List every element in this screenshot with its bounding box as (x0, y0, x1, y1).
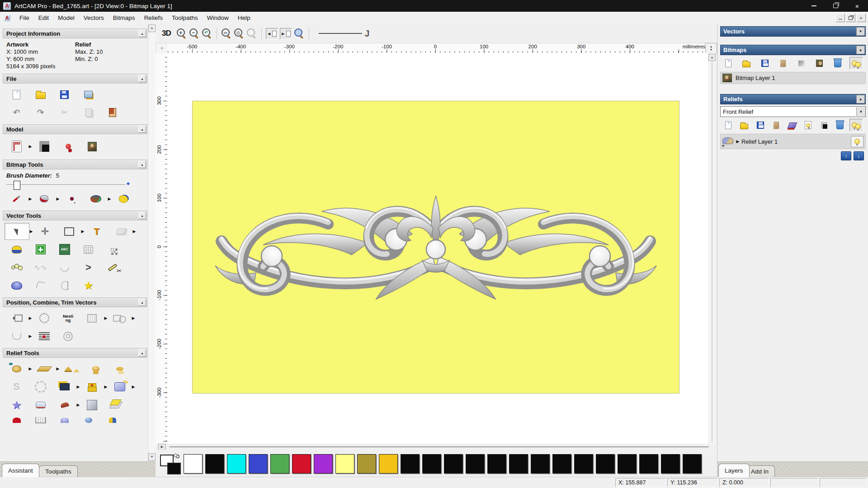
dome-tool[interactable] (52, 414, 76, 423)
flood-fill-button[interactable] (32, 191, 56, 207)
flyout-arrow-icon[interactable]: ▶ (76, 385, 80, 389)
merge-relief-icon[interactable] (786, 119, 798, 131)
collapse-icon[interactable]: ▲ (856, 95, 865, 103)
collapse-button[interactable]: ▲ (138, 75, 146, 82)
block-copy-tool[interactable] (100, 241, 124, 258)
palette-swatch[interactable] (184, 454, 203, 474)
collapse-icon[interactable]: ▼ (856, 27, 865, 36)
trash-icon[interactable] (834, 119, 846, 131)
model-area[interactable] (192, 101, 679, 394)
snap-grid-toggle[interactable]: ◄ (266, 28, 278, 39)
flyout-arrow-icon[interactable]: ▶ (56, 366, 60, 371)
mdi-restore-button[interactable] (846, 14, 855, 22)
greyscale-preview-icon[interactable] (818, 119, 830, 131)
palette-swatch[interactable] (422, 454, 441, 474)
copy-relief-tool[interactable] (108, 361, 132, 377)
collapse-button[interactable]: ▲ (138, 299, 146, 306)
measure-tool[interactable] (5, 241, 28, 258)
palette-swatch[interactable] (487, 454, 506, 474)
colour-palette-button[interactable] (84, 191, 108, 207)
freehand-draw-tool[interactable]: ∿∿ (28, 259, 52, 276)
menu-item-file[interactable]: File (15, 13, 34, 23)
menu-item-model[interactable]: Model (53, 13, 79, 23)
link-colours-icon[interactable] (174, 454, 177, 457)
palette-swatch[interactable] (379, 454, 398, 474)
collapse-button[interactable]: ▲ (138, 126, 146, 133)
text-on-curve-tool[interactable] (32, 310, 56, 326)
lighting-button[interactable] (56, 138, 80, 155)
menu-item-vectors[interactable]: Vectors (79, 13, 108, 23)
flyout-arrow-icon[interactable]: ▶ (132, 316, 135, 320)
collapse-button[interactable]: ▲ (138, 212, 146, 219)
paste-button[interactable] (100, 104, 124, 121)
expand-arrow-icon[interactable]: ▶ (736, 139, 740, 144)
extrude-tool[interactable] (5, 277, 28, 294)
drawing-canvas[interactable] (167, 53, 708, 444)
extract-relief-tool[interactable] (104, 397, 128, 413)
menu-item-bitmaps[interactable]: Bitmaps (108, 13, 140, 23)
zoom-object-icon[interactable] (246, 28, 257, 39)
flyout-arrow-icon[interactable]: ▶ (108, 197, 111, 201)
close-button[interactable]: × (846, 0, 868, 12)
transform-vectors-tool[interactable]: ✛ (33, 223, 57, 239)
nesting-tool[interactable]: Nesting (56, 310, 80, 326)
menu-item-edit[interactable]: Edit (34, 13, 53, 23)
weave-basket-tool[interactable] (28, 414, 52, 423)
fade-layer-icon[interactable] (795, 57, 807, 69)
mdi-close-button[interactable]: × (856, 14, 866, 22)
tab-layers[interactable]: Layers (718, 464, 750, 477)
palette-swatch[interactable] (335, 454, 354, 474)
canvas-vscrollbar[interactable]: ▲ (708, 53, 716, 444)
vectors-header[interactable]: Vectors ▼ (720, 26, 866, 37)
toggle-all-visibility-icon[interactable] (849, 119, 863, 131)
create-polyline-tool[interactable] (28, 241, 52, 258)
relief-tool-red[interactable] (5, 414, 28, 423)
collapse-button[interactable]: ▲ (138, 30, 146, 37)
isoform-tool[interactable] (28, 397, 52, 413)
scroll-up-icon[interactable]: ▲ (708, 54, 716, 61)
create-arc-tool[interactable] (52, 259, 76, 276)
align-vectors-tool[interactable] (5, 310, 28, 326)
palette-swatch[interactable] (227, 454, 246, 474)
texture-face-tool[interactable] (80, 397, 104, 413)
save-bitmap-icon[interactable] (759, 57, 771, 69)
save-model-button[interactable] (52, 86, 76, 103)
cut-icon[interactable]: ✂ (52, 104, 76, 121)
flyout-arrow-icon[interactable]: ▶ (29, 229, 33, 234)
palette-swatch[interactable] (618, 454, 637, 474)
menu-item-toolpaths[interactable]: Toolpaths (167, 13, 203, 23)
primary-secondary-colour-indicator[interactable] (160, 454, 181, 474)
flyout-arrow-icon[interactable]: ▶ (76, 403, 80, 407)
open-model-button[interactable] (28, 86, 52, 103)
load-image-button[interactable] (80, 138, 104, 155)
open-bitmap-icon[interactable] (740, 57, 753, 69)
ruler-units-button[interactable]: ▲▼ (705, 43, 717, 54)
texture-sphere-tool[interactable] (76, 414, 100, 423)
flyout-arrow-icon[interactable]: ▶ (132, 229, 136, 234)
palette-swatch[interactable] (683, 454, 702, 474)
reliefs-header[interactable]: Reliefs ▲ (720, 94, 866, 104)
flyout-arrow-icon[interactable]: ▶ (28, 366, 32, 371)
offset-relief-tool[interactable]: ↷ (108, 379, 132, 395)
preview-relief-icon[interactable] (802, 119, 814, 131)
relief-clipart-tool[interactable] (80, 379, 104, 395)
flyout-arrow-icon[interactable]: ▶ (28, 197, 32, 201)
tab-assistant[interactable]: Assistant (2, 464, 39, 477)
relief-selector-dropdown[interactable]: Front Relief ▼ (720, 106, 866, 117)
flyout-arrow-icon[interactable]: ▶ (132, 385, 135, 389)
vector-texture-tool[interactable]: ★ (32, 328, 56, 344)
select-vectors-tool[interactable] (5, 223, 29, 240)
relief-layer-row[interactable]: + ▶ Relief Layer 1 (720, 134, 866, 149)
create-star-tool[interactable]: ★ (76, 277, 100, 294)
3d-view-button[interactable]: 3D (162, 29, 171, 38)
set-model-size-button[interactable] (5, 138, 28, 155)
collapse-icon[interactable]: ▲ (856, 46, 865, 54)
join-vectors-tool[interactable] (5, 328, 28, 344)
menu-item-help[interactable]: Help (233, 13, 255, 23)
assistant-scrollbar[interactable]: ▲ ▼ (148, 24, 156, 462)
zoom-in-icon[interactable]: + (176, 28, 187, 39)
scroll-down-icon[interactable]: ▼ (148, 453, 156, 461)
delete-layer-icon[interactable] (777, 57, 789, 69)
collapse-button[interactable]: ▲ (138, 349, 146, 357)
flyout-arrow-icon[interactable]: ▶ (104, 385, 108, 389)
